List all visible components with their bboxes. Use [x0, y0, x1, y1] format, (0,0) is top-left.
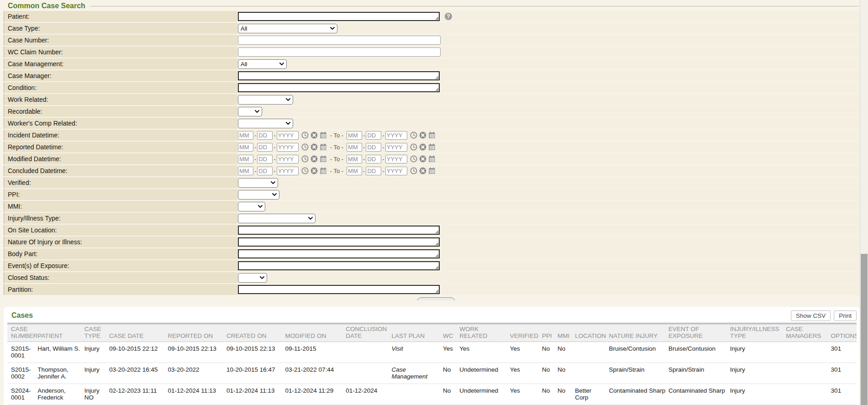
ppi-select[interactable]	[238, 190, 279, 200]
events-of-exposure-input[interactable]	[238, 261, 440, 270]
injury-illness-type-select[interactable]	[238, 214, 316, 223]
clock-icon[interactable]	[410, 143, 417, 151]
clock-icon[interactable]	[301, 155, 309, 163]
col-case-number[interactable]: CASE NUMBER	[7, 324, 37, 342]
case-type-select[interactable]: All	[238, 24, 337, 33]
clear-icon[interactable]	[310, 143, 318, 151]
col-reported-on[interactable]: REPORTED ON	[168, 324, 226, 342]
resize-grip-icon[interactable]	[435, 88, 438, 91]
clear-icon[interactable]	[419, 167, 426, 174]
day-input[interactable]	[257, 167, 273, 175]
help-icon[interactable]: ?	[445, 13, 452, 20]
workers-comp-related-select[interactable]	[238, 119, 293, 128]
clear-icon[interactable]	[310, 155, 318, 163]
calendar-icon[interactable]	[428, 143, 436, 151]
year-input[interactable]	[277, 167, 299, 175]
search-button-partially-visible[interactable]	[417, 297, 455, 300]
nature-of-injury-input[interactable]	[238, 237, 440, 247]
year-input[interactable]	[385, 167, 407, 175]
on-site-location-input[interactable]	[238, 226, 440, 235]
recordable-select[interactable]	[238, 107, 262, 116]
month-input[interactable]	[347, 143, 362, 152]
print-button[interactable]: Print	[834, 310, 857, 321]
vertical-scrollbar[interactable]	[860, 0, 868, 405]
resize-grip-icon[interactable]	[435, 16, 438, 20]
col-case-type[interactable]: CASE TYPE	[84, 324, 109, 342]
year-input[interactable]	[385, 143, 407, 152]
col-work-related[interactable]: WORK RELATED	[459, 324, 510, 342]
clock-icon[interactable]	[410, 167, 417, 174]
col-conclusion-date[interactable]: CONCLUSION DATE	[346, 324, 391, 342]
clock-icon[interactable]	[301, 167, 309, 174]
col-patient[interactable]: PATIENT	[37, 324, 84, 342]
day-input[interactable]	[257, 143, 273, 152]
wc-claim-number-input[interactable]	[238, 47, 441, 57]
cell-case-number[interactable]: S2015-0001	[7, 342, 37, 363]
cell-case-number[interactable]: S2015-0002	[7, 363, 37, 384]
patient-input[interactable]	[238, 12, 440, 21]
year-input[interactable]	[277, 155, 299, 163]
col-nature-injury[interactable]: NATURE INJURY	[609, 324, 669, 342]
clear-icon[interactable]	[419, 155, 426, 163]
day-input[interactable]	[366, 143, 381, 152]
verified-select[interactable]	[238, 178, 278, 188]
cell-case-number[interactable]: S2024-0001	[7, 384, 37, 405]
year-input[interactable]	[385, 131, 407, 140]
clear-icon[interactable]	[419, 143, 426, 151]
day-input[interactable]	[257, 131, 273, 140]
calendar-icon[interactable]	[428, 167, 436, 174]
table-row[interactable]: S2015-0001 Hart, William S. Injury 09-10…	[7, 342, 857, 363]
day-input[interactable]	[366, 131, 381, 140]
col-verified[interactable]: VERIFIED	[510, 324, 542, 342]
day-input[interactable]	[366, 167, 381, 175]
case-number-input[interactable]	[238, 36, 441, 45]
col-injury-illness-type[interactable]: INJURY/ILLNESS TYPE	[730, 324, 786, 342]
case-manager-input[interactable]	[238, 71, 440, 80]
month-input[interactable]	[238, 131, 253, 140]
col-wc[interactable]: WC	[443, 324, 459, 342]
scrollbar-thumb[interactable]	[861, 254, 868, 405]
year-input[interactable]	[277, 131, 299, 140]
col-options[interactable]: OPTIONS	[831, 324, 857, 342]
clear-icon[interactable]	[310, 167, 318, 174]
calendar-icon[interactable]	[428, 155, 436, 163]
month-input[interactable]	[238, 167, 253, 175]
col-mmi[interactable]: MMI	[558, 324, 575, 342]
work-related-select[interactable]	[238, 95, 293, 105]
month-input[interactable]	[347, 155, 362, 163]
show-csv-button[interactable]: Show CSV	[791, 310, 831, 321]
closed-status-select[interactable]	[238, 273, 267, 283]
day-input[interactable]	[257, 155, 273, 163]
calendar-icon[interactable]	[320, 143, 327, 151]
condition-input[interactable]	[238, 83, 440, 92]
clock-icon[interactable]	[410, 155, 417, 163]
col-created-on[interactable]: CREATED ON	[226, 324, 285, 342]
year-input[interactable]	[277, 143, 299, 152]
table-row[interactable]: S2015-0002 Thompson, Jennifer A. Injury …	[7, 363, 857, 384]
cell-options[interactable]: 301	[831, 363, 857, 384]
clear-icon[interactable]	[310, 131, 318, 139]
cell-options[interactable]: 301	[831, 342, 857, 363]
day-input[interactable]	[366, 155, 381, 163]
year-input[interactable]	[385, 155, 407, 163]
month-input[interactable]	[347, 167, 362, 175]
resize-grip-icon[interactable]	[435, 289, 438, 293]
resize-grip-icon[interactable]	[435, 254, 438, 257]
col-case-managers[interactable]: CASE MANAGERS	[786, 324, 831, 342]
col-location[interactable]: LOCATION	[575, 324, 609, 342]
resize-grip-icon[interactable]	[435, 230, 438, 233]
calendar-icon[interactable]	[320, 167, 327, 174]
cell-options[interactable]: 301	[831, 384, 857, 405]
mmi-select[interactable]	[238, 202, 265, 211]
table-row[interactable]: S2024-0001 Anderson, Frederick Injury NO…	[7, 384, 857, 405]
clock-icon[interactable]	[301, 143, 309, 151]
resize-grip-icon[interactable]	[435, 266, 438, 269]
case-management-select[interactable]: All	[238, 59, 287, 69]
month-input[interactable]	[347, 131, 362, 140]
clear-icon[interactable]	[419, 131, 426, 139]
calendar-icon[interactable]	[320, 155, 327, 163]
clock-icon[interactable]	[410, 131, 417, 139]
resize-grip-icon[interactable]	[435, 242, 438, 245]
calendar-icon[interactable]	[428, 131, 436, 139]
col-modified-on[interactable]: MODIFIED ON	[285, 324, 346, 342]
